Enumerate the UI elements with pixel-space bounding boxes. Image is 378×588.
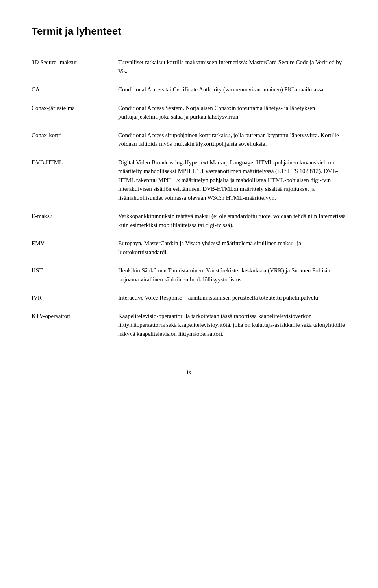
term-label: DVB-HTML bbox=[32, 155, 118, 209]
glossary-row: CAConditional Access tai Certificate Aut… bbox=[32, 82, 346, 100]
term-definition: Conditional Access tai Certificate Autho… bbox=[118, 82, 346, 100]
term-label: KTV-operaattori bbox=[32, 309, 118, 345]
term-label: HST bbox=[32, 263, 118, 290]
glossary-row: IVRInteractive Voice Response – äänitunn… bbox=[32, 290, 346, 309]
glossary-row: Conax-korttiConditional Access sirupohja… bbox=[32, 128, 346, 155]
term-label: IVR bbox=[32, 290, 118, 309]
term-definition: Conditional Access sirupohjainen korttir… bbox=[118, 128, 346, 155]
term-definition: Kaapelitelevisio-operaattorilla tarkoite… bbox=[118, 309, 346, 345]
page-footer: ix bbox=[32, 368, 346, 376]
term-definition: Conditional Access System, Norjalaisen C… bbox=[118, 100, 346, 128]
glossary-row: KTV-operaattoriKaapelitelevisio-operaatt… bbox=[32, 309, 346, 345]
term-label: Conax-järjestelmä bbox=[32, 100, 118, 128]
glossary-row: E-maksuVerkkopankkitunnuksin tehtävä mak… bbox=[32, 208, 346, 236]
glossary-row: EMVEuropayn, MasterCard:in ja Visa:n yhd… bbox=[32, 236, 346, 263]
term-definition: Europayn, MasterCard:in ja Visa:n yhdess… bbox=[118, 236, 346, 263]
term-label: EMV bbox=[32, 236, 118, 263]
page-title: Termit ja lyhenteet bbox=[32, 24, 346, 39]
glossary-row: 3D Secure -maksutTurvalliset ratkaisut k… bbox=[32, 55, 346, 82]
term-label: Conax-kortti bbox=[32, 128, 118, 155]
glossary-row: DVB-HTMLDigital Video Broadcasting-Hyper… bbox=[32, 155, 346, 209]
glossary-row: Conax-järjestelmäConditional Access Syst… bbox=[32, 100, 346, 128]
term-definition: Turvalliset ratkaisut kortilla maksamise… bbox=[118, 55, 346, 82]
term-label: 3D Secure -maksut bbox=[32, 55, 118, 82]
term-definition: Henkilön Sähköinen Tunnistaminen. Väestö… bbox=[118, 263, 346, 290]
term-definition: Digital Video Broadcasting-Hypertext Mar… bbox=[118, 155, 346, 209]
glossary-table: 3D Secure -maksutTurvalliset ratkaisut k… bbox=[32, 55, 346, 344]
term-label: E-maksu bbox=[32, 208, 118, 236]
term-definition: Verkkopankkitunnuksin tehtävä maksu (ei … bbox=[118, 208, 346, 236]
term-label: CA bbox=[32, 82, 118, 100]
term-definition: Interactive Voice Response – äänitunnist… bbox=[118, 290, 346, 309]
glossary-row: HSTHenkilön Sähköinen Tunnistaminen. Väe… bbox=[32, 263, 346, 290]
